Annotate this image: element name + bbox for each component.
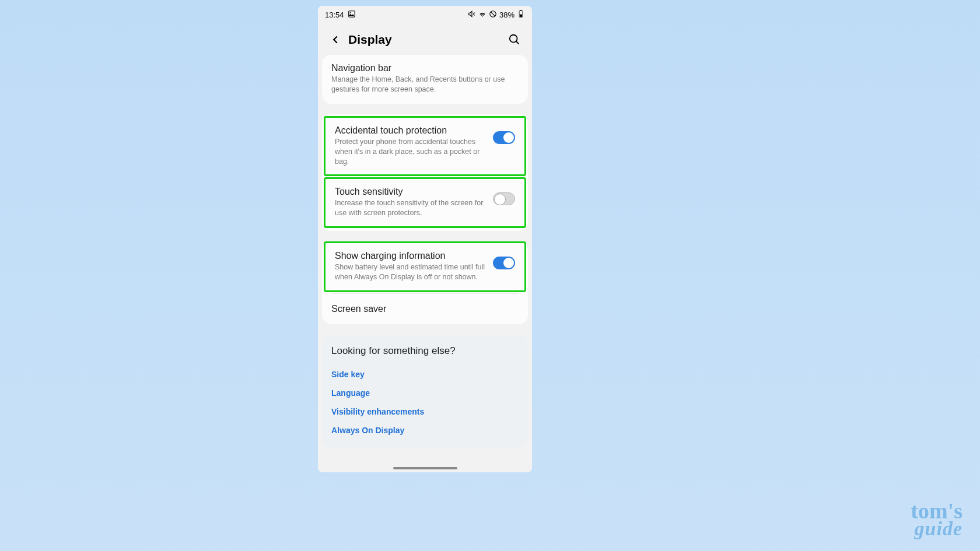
charging-desc: Show battery level and estimated time un… — [335, 262, 486, 282]
accidental-toggle[interactable] — [493, 131, 515, 144]
sensitivity-title: Touch sensitivity — [335, 187, 486, 197]
sensitivity-desc: Increase the touch sensitivity of the sc… — [335, 198, 486, 218]
svg-rect-6 — [520, 14, 522, 16]
svg-point-7 — [510, 35, 517, 43]
link-side-key[interactable]: Side key — [331, 365, 519, 384]
nav-desc: Manage the Home, Back, and Recents butto… — [331, 75, 519, 94]
home-indicator[interactable] — [393, 467, 457, 469]
link-visibility[interactable]: Visibility enhancements — [331, 402, 519, 421]
link-aod[interactable]: Always On Display — [331, 421, 519, 440]
page-title: Display — [348, 33, 508, 47]
link-language[interactable]: Language — [331, 384, 519, 402]
mute-icon — [468, 10, 476, 20]
svg-line-8 — [516, 41, 519, 44]
nav-title: Navigation bar — [331, 63, 519, 73]
svg-line-3 — [491, 11, 495, 16]
charging-info-item[interactable]: Show charging information Show battery l… — [326, 243, 524, 290]
status-bar: 13:54 38% — [318, 6, 532, 23]
status-time: 13:54 — [325, 10, 344, 19]
back-button[interactable] — [328, 33, 342, 47]
touch-sensitivity-item[interactable]: Touch sensitivity Increase the touch sen… — [326, 179, 524, 226]
svg-point-1 — [349, 12, 351, 13]
svg-rect-5 — [520, 10, 522, 10]
watermark-line2: guide — [911, 520, 963, 538]
accidental-touch-item[interactable]: Accidental touch protection Protect your… — [326, 118, 524, 175]
phone-frame: 13:54 38% Display Navigation bar Manage … — [318, 6, 532, 472]
wifi-icon — [478, 10, 487, 20]
battery-percent: 38% — [499, 10, 514, 19]
charging-title: Show charging information — [335, 251, 486, 261]
battery-icon — [517, 10, 525, 20]
image-icon — [348, 10, 356, 20]
navigation-bar-item[interactable]: Navigation bar Manage the Home, Back, an… — [322, 55, 528, 104]
screen-saver-item[interactable]: Screen saver — [322, 294, 528, 324]
sensitivity-toggle[interactable] — [493, 192, 515, 205]
watermark: tom's guide — [911, 501, 963, 538]
charging-toggle[interactable] — [493, 257, 515, 269]
search-button[interactable] — [508, 33, 522, 47]
looking-title: Looking for something else? — [331, 345, 519, 357]
accidental-title: Accidental touch protection — [335, 125, 486, 136]
accidental-desc: Protect your phone from accidental touch… — [335, 137, 486, 167]
no-sim-icon — [489, 10, 497, 20]
page-header: Display — [318, 23, 532, 55]
looking-for-card: Looking for something else? Side key Lan… — [322, 335, 528, 448]
